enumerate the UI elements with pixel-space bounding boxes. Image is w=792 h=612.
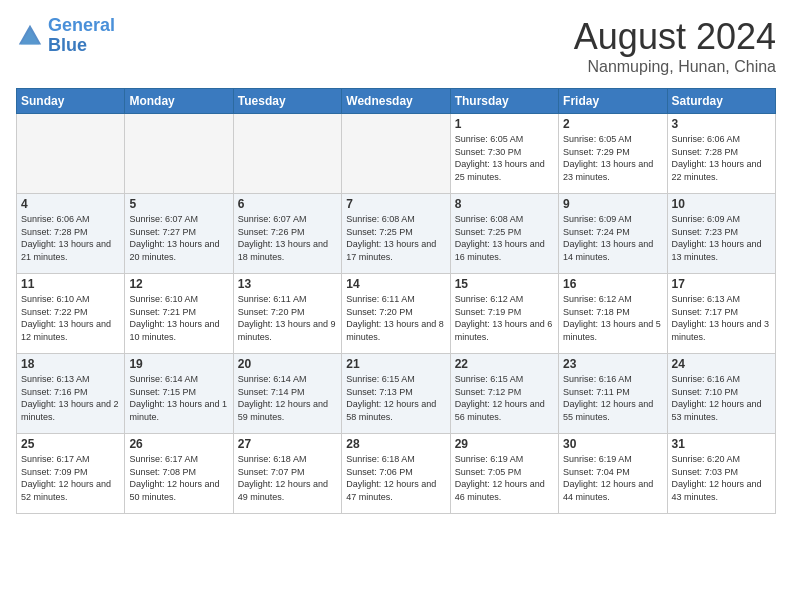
day-number: 20 bbox=[238, 357, 337, 371]
location-title: Nanmuping, Hunan, China bbox=[574, 58, 776, 76]
page-header: General Blue August 2024 Nanmuping, Huna… bbox=[16, 16, 776, 76]
day-number: 11 bbox=[21, 277, 120, 291]
day-info: Sunrise: 6:19 AM Sunset: 7:05 PM Dayligh… bbox=[455, 453, 554, 503]
day-number: 18 bbox=[21, 357, 120, 371]
day-number: 29 bbox=[455, 437, 554, 451]
day-info: Sunrise: 6:05 AM Sunset: 7:29 PM Dayligh… bbox=[563, 133, 662, 183]
calendar-cell: 29 Sunrise: 6:19 AM Sunset: 7:05 PM Dayl… bbox=[450, 434, 558, 514]
calendar-cell: 31 Sunrise: 6:20 AM Sunset: 7:03 PM Dayl… bbox=[667, 434, 775, 514]
title-block: August 2024 Nanmuping, Hunan, China bbox=[574, 16, 776, 76]
day-number: 13 bbox=[238, 277, 337, 291]
day-info: Sunrise: 6:08 AM Sunset: 7:25 PM Dayligh… bbox=[346, 213, 445, 263]
calendar-cell bbox=[125, 114, 233, 194]
day-number: 10 bbox=[672, 197, 771, 211]
day-number: 5 bbox=[129, 197, 228, 211]
day-number: 8 bbox=[455, 197, 554, 211]
calendar-cell: 12 Sunrise: 6:10 AM Sunset: 7:21 PM Dayl… bbox=[125, 274, 233, 354]
calendar-cell bbox=[233, 114, 341, 194]
weekday-header: Tuesday bbox=[233, 89, 341, 114]
day-info: Sunrise: 6:18 AM Sunset: 7:07 PM Dayligh… bbox=[238, 453, 337, 503]
calendar-cell: 24 Sunrise: 6:16 AM Sunset: 7:10 PM Dayl… bbox=[667, 354, 775, 434]
weekday-header: Wednesday bbox=[342, 89, 450, 114]
day-info: Sunrise: 6:10 AM Sunset: 7:22 PM Dayligh… bbox=[21, 293, 120, 343]
day-number: 22 bbox=[455, 357, 554, 371]
calendar-cell: 7 Sunrise: 6:08 AM Sunset: 7:25 PM Dayli… bbox=[342, 194, 450, 274]
calendar-cell: 3 Sunrise: 6:06 AM Sunset: 7:28 PM Dayli… bbox=[667, 114, 775, 194]
calendar-cell: 13 Sunrise: 6:11 AM Sunset: 7:20 PM Dayl… bbox=[233, 274, 341, 354]
day-number: 25 bbox=[21, 437, 120, 451]
day-info: Sunrise: 6:08 AM Sunset: 7:25 PM Dayligh… bbox=[455, 213, 554, 263]
day-number: 4 bbox=[21, 197, 120, 211]
logo: General Blue bbox=[16, 16, 115, 56]
day-info: Sunrise: 6:07 AM Sunset: 7:26 PM Dayligh… bbox=[238, 213, 337, 263]
day-number: 6 bbox=[238, 197, 337, 211]
day-info: Sunrise: 6:13 AM Sunset: 7:17 PM Dayligh… bbox=[672, 293, 771, 343]
logo-icon bbox=[16, 22, 44, 50]
day-info: Sunrise: 6:16 AM Sunset: 7:10 PM Dayligh… bbox=[672, 373, 771, 423]
day-number: 21 bbox=[346, 357, 445, 371]
day-number: 23 bbox=[563, 357, 662, 371]
calendar-cell: 27 Sunrise: 6:18 AM Sunset: 7:07 PM Dayl… bbox=[233, 434, 341, 514]
day-info: Sunrise: 6:19 AM Sunset: 7:04 PM Dayligh… bbox=[563, 453, 662, 503]
day-info: Sunrise: 6:09 AM Sunset: 7:23 PM Dayligh… bbox=[672, 213, 771, 263]
day-info: Sunrise: 6:13 AM Sunset: 7:16 PM Dayligh… bbox=[21, 373, 120, 423]
calendar-cell: 5 Sunrise: 6:07 AM Sunset: 7:27 PM Dayli… bbox=[125, 194, 233, 274]
day-number: 19 bbox=[129, 357, 228, 371]
day-number: 1 bbox=[455, 117, 554, 131]
day-number: 26 bbox=[129, 437, 228, 451]
day-info: Sunrise: 6:12 AM Sunset: 7:18 PM Dayligh… bbox=[563, 293, 662, 343]
day-info: Sunrise: 6:15 AM Sunset: 7:13 PM Dayligh… bbox=[346, 373, 445, 423]
day-info: Sunrise: 6:07 AM Sunset: 7:27 PM Dayligh… bbox=[129, 213, 228, 263]
day-info: Sunrise: 6:18 AM Sunset: 7:06 PM Dayligh… bbox=[346, 453, 445, 503]
day-info: Sunrise: 6:06 AM Sunset: 7:28 PM Dayligh… bbox=[672, 133, 771, 183]
calendar-cell: 6 Sunrise: 6:07 AM Sunset: 7:26 PM Dayli… bbox=[233, 194, 341, 274]
calendar-cell bbox=[342, 114, 450, 194]
calendar-cell: 21 Sunrise: 6:15 AM Sunset: 7:13 PM Dayl… bbox=[342, 354, 450, 434]
calendar-cell: 8 Sunrise: 6:08 AM Sunset: 7:25 PM Dayli… bbox=[450, 194, 558, 274]
calendar-cell: 16 Sunrise: 6:12 AM Sunset: 7:18 PM Dayl… bbox=[559, 274, 667, 354]
day-info: Sunrise: 6:20 AM Sunset: 7:03 PM Dayligh… bbox=[672, 453, 771, 503]
day-number: 12 bbox=[129, 277, 228, 291]
day-info: Sunrise: 6:14 AM Sunset: 7:15 PM Dayligh… bbox=[129, 373, 228, 423]
day-number: 17 bbox=[672, 277, 771, 291]
calendar-cell: 28 Sunrise: 6:18 AM Sunset: 7:06 PM Dayl… bbox=[342, 434, 450, 514]
day-info: Sunrise: 6:09 AM Sunset: 7:24 PM Dayligh… bbox=[563, 213, 662, 263]
calendar-cell: 11 Sunrise: 6:10 AM Sunset: 7:22 PM Dayl… bbox=[17, 274, 125, 354]
day-number: 16 bbox=[563, 277, 662, 291]
calendar-cell: 15 Sunrise: 6:12 AM Sunset: 7:19 PM Dayl… bbox=[450, 274, 558, 354]
day-number: 9 bbox=[563, 197, 662, 211]
calendar-cell: 9 Sunrise: 6:09 AM Sunset: 7:24 PM Dayli… bbox=[559, 194, 667, 274]
calendar-cell: 1 Sunrise: 6:05 AM Sunset: 7:30 PM Dayli… bbox=[450, 114, 558, 194]
day-info: Sunrise: 6:12 AM Sunset: 7:19 PM Dayligh… bbox=[455, 293, 554, 343]
day-info: Sunrise: 6:14 AM Sunset: 7:14 PM Dayligh… bbox=[238, 373, 337, 423]
day-number: 24 bbox=[672, 357, 771, 371]
logo-text: General Blue bbox=[48, 16, 115, 56]
day-number: 2 bbox=[563, 117, 662, 131]
day-info: Sunrise: 6:16 AM Sunset: 7:11 PM Dayligh… bbox=[563, 373, 662, 423]
day-info: Sunrise: 6:17 AM Sunset: 7:09 PM Dayligh… bbox=[21, 453, 120, 503]
month-title: August 2024 bbox=[574, 16, 776, 58]
day-number: 7 bbox=[346, 197, 445, 211]
weekday-header: Monday bbox=[125, 89, 233, 114]
calendar-cell: 23 Sunrise: 6:16 AM Sunset: 7:11 PM Dayl… bbox=[559, 354, 667, 434]
calendar-cell: 18 Sunrise: 6:13 AM Sunset: 7:16 PM Dayl… bbox=[17, 354, 125, 434]
day-number: 30 bbox=[563, 437, 662, 451]
calendar-cell: 17 Sunrise: 6:13 AM Sunset: 7:17 PM Dayl… bbox=[667, 274, 775, 354]
weekday-header: Thursday bbox=[450, 89, 558, 114]
calendar-cell: 2 Sunrise: 6:05 AM Sunset: 7:29 PM Dayli… bbox=[559, 114, 667, 194]
day-number: 27 bbox=[238, 437, 337, 451]
day-number: 31 bbox=[672, 437, 771, 451]
day-info: Sunrise: 6:15 AM Sunset: 7:12 PM Dayligh… bbox=[455, 373, 554, 423]
day-info: Sunrise: 6:05 AM Sunset: 7:30 PM Dayligh… bbox=[455, 133, 554, 183]
calendar-cell: 14 Sunrise: 6:11 AM Sunset: 7:20 PM Dayl… bbox=[342, 274, 450, 354]
calendar-cell: 25 Sunrise: 6:17 AM Sunset: 7:09 PM Dayl… bbox=[17, 434, 125, 514]
day-info: Sunrise: 6:17 AM Sunset: 7:08 PM Dayligh… bbox=[129, 453, 228, 503]
weekday-header: Sunday bbox=[17, 89, 125, 114]
day-info: Sunrise: 6:11 AM Sunset: 7:20 PM Dayligh… bbox=[346, 293, 445, 343]
calendar-cell: 22 Sunrise: 6:15 AM Sunset: 7:12 PM Dayl… bbox=[450, 354, 558, 434]
calendar-table: SundayMondayTuesdayWednesdayThursdayFrid… bbox=[16, 88, 776, 514]
day-number: 3 bbox=[672, 117, 771, 131]
weekday-header: Saturday bbox=[667, 89, 775, 114]
day-info: Sunrise: 6:11 AM Sunset: 7:20 PM Dayligh… bbox=[238, 293, 337, 343]
calendar-cell: 26 Sunrise: 6:17 AM Sunset: 7:08 PM Dayl… bbox=[125, 434, 233, 514]
